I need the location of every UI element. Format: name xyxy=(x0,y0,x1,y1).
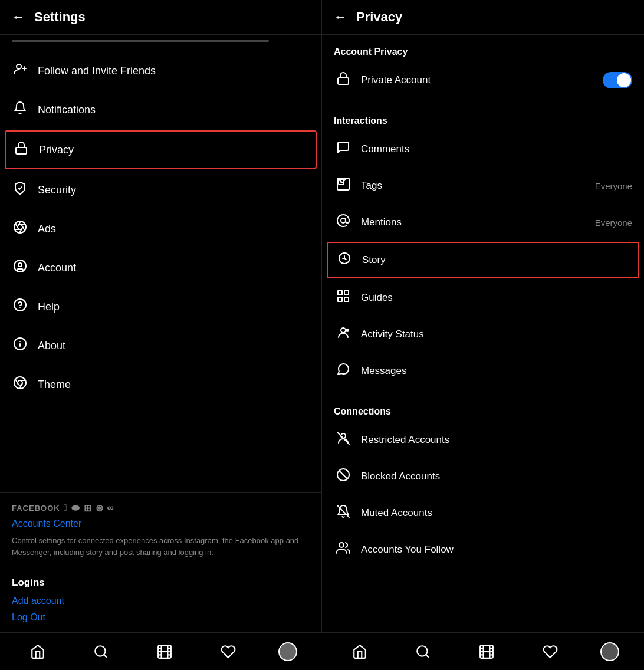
messages-item[interactable]: Messages xyxy=(322,353,644,389)
left-profile-button[interactable] xyxy=(278,642,297,661)
facebook-brand-icons:  ⬬ ⊞ ⊛ ∞ xyxy=(64,503,114,514)
sidebar-item-account-label: Account xyxy=(38,262,76,274)
comments-label: Comments xyxy=(361,143,632,155)
guides-label: Guides xyxy=(361,292,632,304)
comments-item[interactable]: Comments xyxy=(322,131,644,168)
svg-rect-3 xyxy=(16,147,27,154)
lock-private-icon xyxy=(334,71,353,89)
left-search-button[interactable] xyxy=(88,639,114,665)
right-panel: ← Privacy Account Privacy Private Accoun… xyxy=(322,0,644,632)
sidebar-item-privacy-label: Privacy xyxy=(39,144,74,156)
facebook-label: FACEBOOK  ⬬ ⊞ ⊛ ∞ xyxy=(12,503,310,514)
guides-icon xyxy=(334,289,353,307)
sidebar-item-security[interactable]: Security xyxy=(0,170,321,209)
accounts-you-follow-item[interactable]: Accounts You Follow xyxy=(322,531,644,568)
mentions-label: Mentions xyxy=(361,216,595,228)
scroll-indicator xyxy=(12,40,269,42)
person-circle-icon xyxy=(12,259,28,277)
svg-line-59 xyxy=(426,655,429,658)
sidebar-item-notifications-label: Notifications xyxy=(38,104,96,116)
messages-icon xyxy=(334,362,353,380)
divider-1 xyxy=(322,101,644,101)
left-bottom-nav xyxy=(0,633,322,670)
svg-point-29 xyxy=(341,218,346,223)
sidebar-item-follow-label: Follow and Invite Friends xyxy=(38,65,156,77)
right-profile-button[interactable] xyxy=(600,642,619,661)
sidebar-item-privacy[interactable]: Privacy xyxy=(5,130,317,169)
sidebar-item-security-label: Security xyxy=(38,184,76,196)
story-item[interactable]: Story xyxy=(327,242,639,278)
palette-icon xyxy=(12,376,28,393)
logins-section: Logins Add account Log Out xyxy=(0,577,321,632)
left-heart-button[interactable] xyxy=(215,639,241,665)
bottom-navigation xyxy=(0,632,644,670)
at-icon xyxy=(334,214,353,231)
left-reels-button[interactable] xyxy=(152,639,178,665)
sidebar-item-follow[interactable]: Follow and Invite Friends xyxy=(0,51,321,90)
right-reels-button[interactable] xyxy=(474,639,500,665)
account-privacy-section-header: Account Privacy xyxy=(322,35,644,62)
info-circle-icon xyxy=(12,337,28,354)
right-header: ← Privacy xyxy=(322,0,644,35)
guides-item[interactable]: Guides xyxy=(322,280,644,316)
right-heart-button[interactable] xyxy=(537,639,563,665)
activity-icon xyxy=(334,326,353,343)
muted-accounts-label: Muted Accounts xyxy=(361,507,632,519)
private-account-label: Private Account xyxy=(361,74,603,86)
divider-2 xyxy=(322,392,644,392)
left-header: ← Settings xyxy=(0,0,321,35)
tags-label: Tags xyxy=(361,180,595,192)
mentions-value: Everyone xyxy=(595,218,632,228)
sidebar-item-about[interactable]: About xyxy=(0,326,321,365)
svg-rect-36 xyxy=(338,291,342,295)
instagram-brand-icon: ⊞ xyxy=(84,503,92,514)
settings-back-button[interactable]: ← xyxy=(12,9,25,25)
accounts-follow-icon xyxy=(334,541,353,559)
log-out-link[interactable]: Log Out xyxy=(12,612,310,623)
private-account-toggle-container xyxy=(603,72,632,88)
right-search-button[interactable] xyxy=(410,639,436,665)
lock-icon xyxy=(13,141,29,159)
whatsapp-brand-icon: ⊛ xyxy=(96,503,104,514)
tags-value: Everyone xyxy=(595,181,632,191)
restricted-accounts-item[interactable]: Restricted Accounts xyxy=(322,422,644,458)
sidebar-item-theme[interactable]: Theme xyxy=(0,365,321,404)
facebook-icon:  xyxy=(64,503,68,514)
svg-point-12 xyxy=(18,263,22,267)
svg-rect-38 xyxy=(344,297,349,301)
restricted-icon xyxy=(334,431,353,449)
help-circle-icon xyxy=(12,298,28,316)
activity-status-item[interactable]: Activity Status xyxy=(322,316,644,353)
sidebar-item-ads[interactable]: Ads xyxy=(0,209,321,248)
tags-item[interactable]: Tags Everyone xyxy=(322,168,644,204)
left-home-button[interactable] xyxy=(25,639,51,665)
bell-icon xyxy=(12,101,28,119)
left-panel: ← Settings Follow and Invite Friends xyxy=(0,0,322,632)
muted-accounts-item[interactable]: Muted Accounts xyxy=(322,495,644,531)
messenger-brand-icon: ⬬ xyxy=(71,503,80,514)
sidebar-item-notifications[interactable]: Notifications xyxy=(0,90,321,129)
blocked-accounts-item[interactable]: Blocked Accounts xyxy=(322,458,644,495)
sidebar-item-about-label: About xyxy=(38,340,65,352)
svg-line-45 xyxy=(339,471,347,479)
messages-label: Messages xyxy=(361,365,632,377)
private-account-item[interactable]: Private Account xyxy=(322,62,644,98)
settings-title: Settings xyxy=(34,9,86,25)
story-label: Story xyxy=(362,254,631,266)
sidebar-item-account[interactable]: Account xyxy=(0,248,321,287)
accounts-center-link[interactable]: Accounts Center xyxy=(12,518,310,529)
svg-point-47 xyxy=(339,543,344,547)
shield-icon xyxy=(12,181,28,199)
svg-point-28 xyxy=(340,181,342,183)
sidebar-item-help[interactable]: Help xyxy=(0,287,321,326)
add-account-link[interactable]: Add account xyxy=(12,596,310,606)
privacy-back-button[interactable]: ← xyxy=(334,9,347,25)
muted-icon xyxy=(334,504,353,522)
right-home-button[interactable] xyxy=(347,639,373,665)
ads-icon xyxy=(12,220,28,238)
mentions-item[interactable]: Mentions Everyone xyxy=(322,204,644,241)
svg-line-49 xyxy=(104,655,107,658)
private-account-toggle[interactable] xyxy=(603,72,632,88)
restricted-accounts-label: Restricted Accounts xyxy=(361,434,632,446)
interactions-section-header: Interactions xyxy=(322,104,644,131)
